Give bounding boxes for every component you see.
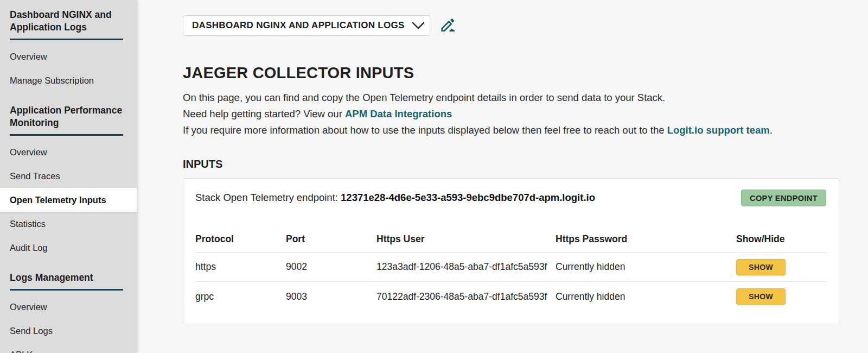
inputs-card: Stack Open Telemetry endpoint: 12371e28-… (183, 178, 839, 325)
main-content: DASHBOARD NGINX AND APPLICATION LOGS JAE… (137, 0, 868, 353)
sidebar-item-send-traces[interactable]: Send Traces (0, 164, 137, 188)
pencil-edit-icon (440, 17, 456, 35)
apm-data-integrations-link[interactable]: APM Data Integrations (345, 108, 452, 119)
section-underline (10, 39, 123, 40)
sidebar-item-open-telemetry-inputs[interactable]: Open Telemetry Inputs (0, 188, 137, 212)
table-header-row: Protocol Port Https User Https Password … (195, 234, 827, 253)
intro-text: On this page, you can find and copy the … (183, 90, 839, 138)
sidebar-section-title-logs-management: Logs Management (0, 272, 137, 284)
sidebar-item-send-logs[interactable]: Send Logs (0, 319, 137, 343)
section-underline (10, 134, 123, 136)
header-https-password: Https Password (556, 234, 736, 245)
intro-line-1-text: On this page, you can find and copy the … (183, 92, 665, 103)
sidebar-section-title-apm: Application Performance Monitoring (0, 104, 137, 129)
endpoint-text: Stack Open Telemetry endpoint: 12371e28-… (195, 190, 595, 206)
intro-line-3: If you require more information about ho… (183, 122, 839, 138)
header-port: Port (286, 234, 376, 245)
cell-protocol: https (195, 261, 286, 273)
table-row-https: https 9002 123a3adf-1206-48a5-aba7-df1af… (195, 253, 827, 282)
dashboard-selector-row: DASHBOARD NGINX AND APPLICATION LOGS (183, 15, 839, 36)
table-row-grpc: grpc 9003 70122adf-2306-48a5-aba7-df1afc… (195, 282, 827, 311)
sidebar-item-overview-apm[interactable]: Overview (0, 140, 137, 164)
intro-line-3-text: If you require more information about ho… (183, 124, 667, 136)
cell-password-status: Currently hidden (556, 291, 736, 302)
sidebar-section-dashboard: Dashboard NGINX and Application Logs Ove… (0, 9, 137, 92)
section-underline (10, 289, 123, 291)
sidebar-section-logs-management: Logs Management Overview Send Logs API K… (0, 272, 137, 353)
endpoint-label: Stack Open Telemetry endpoint: (195, 192, 341, 203)
header-https-user: Https User (376, 234, 556, 245)
copy-endpoint-button[interactable]: COPY ENDPOINT (741, 190, 826, 206)
intro-line-2: Need help getting started? View our APM … (183, 106, 839, 122)
sidebar-section-apm: Application Performance Monitoring Overv… (0, 104, 137, 260)
header-protocol: Protocol (195, 234, 286, 245)
intro-line-1: On this page, you can find and copy the … (183, 90, 839, 106)
cell-password-status: Currently hidden (556, 261, 736, 273)
sidebar-item-audit-log[interactable]: Audit Log (0, 236, 137, 260)
sidebar-item-manage-subscription[interactable]: Manage Subscription (0, 68, 137, 92)
intro-line-3-suffix: . (770, 124, 773, 136)
endpoint-value: 12371e28-4d6e-5e33-a593-9ebc9dbe707d-apm… (341, 192, 595, 203)
show-password-button-https[interactable]: SHOW (736, 259, 786, 275)
cell-protocol: grpc (195, 291, 286, 302)
sidebar: Dashboard NGINX and Application Logs Ove… (0, 0, 137, 353)
header-show-hide: Show/Hide (736, 234, 827, 245)
intro-line-2-text: Need help getting started? View our (183, 108, 345, 119)
cell-https-user: 70122adf-2306-48a5-aba7-df1afc5a593f (376, 291, 556, 302)
cell-port: 9002 (286, 261, 376, 273)
inputs-table: Protocol Port Https User Https Password … (195, 234, 827, 311)
dashboard-select[interactable]: DASHBOARD NGINX AND APPLICATION LOGS (183, 15, 430, 36)
sidebar-item-overview-logs[interactable]: Overview (0, 295, 137, 319)
edit-dashboard-button[interactable] (439, 17, 457, 34)
chevron-down-icon (411, 21, 425, 30)
inputs-section-heading: INPUTS (183, 158, 839, 171)
sidebar-item-api-keys[interactable]: API Keys (0, 343, 137, 353)
show-password-button-grpc[interactable]: SHOW (736, 288, 786, 305)
endpoint-row: Stack Open Telemetry endpoint: 12371e28-… (195, 190, 827, 206)
sidebar-item-statistics[interactable]: Statistics (0, 212, 137, 236)
logit-support-team-link[interactable]: Logit.io support team (667, 124, 770, 136)
sidebar-item-overview-dashboard[interactable]: Overview (0, 45, 137, 68)
sidebar-section-title-dashboard: Dashboard NGINX and Application Logs (0, 9, 137, 34)
cell-https-user: 123a3adf-1206-48a5-aba7-df1afc5a593f (376, 261, 556, 273)
cell-port: 9003 (286, 291, 376, 302)
dashboard-select-value: DASHBOARD NGINX AND APPLICATION LOGS (192, 20, 405, 31)
page-title: JAEGER COLLECTOR INPUTS (183, 64, 839, 82)
